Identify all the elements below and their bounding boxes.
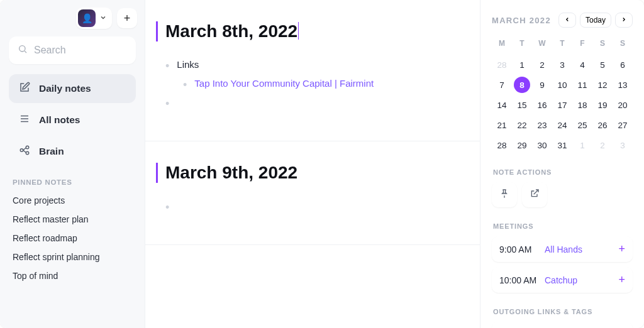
meeting-row[interactable]: 10:00 AMCatchup+ [492,267,633,293]
calendar-day[interactable]: 28 [494,57,510,73]
calendar-day[interactable]: 31 [554,137,570,153]
bullet-icon: • [183,78,187,92]
nav-brain[interactable]: Brain [9,137,136,166]
calendar-day[interactable]: 24 [554,117,570,133]
meeting-add-button[interactable]: + [616,273,628,287]
pinned-note[interactable]: Reflect master plan [6,210,138,229]
note-bullet[interactable]: • [165,198,460,217]
calendar-day[interactable]: 21 [494,117,510,133]
calendar-day[interactable]: 7 [494,77,510,93]
calendar-day[interactable]: 4 [574,57,591,73]
open-externally-button[interactable] [522,182,547,207]
svg-point-5 [20,149,23,152]
pinned-note[interactable]: Reflect roadmap [6,229,138,248]
calendar-dow: T [512,36,532,53]
calendar-day[interactable]: 25 [574,117,591,133]
search-input[interactable]: Search [9,36,136,64]
calendar-day[interactable]: 3 [614,137,631,153]
pinned-note[interactable]: Core projects [6,191,138,210]
list-icon [19,113,30,127]
calendar-day[interactable]: 16 [534,97,550,113]
calendar-day[interactable]: 19 [594,97,611,113]
pin-note-button[interactable] [492,182,517,207]
meeting-row[interactable]: 9:00 AMAll Hands+ [492,236,633,262]
calendar-dow: T [552,36,572,53]
pinned-notes-label: PINNED NOTES [6,167,138,191]
calendar-day[interactable]: 10 [554,77,570,93]
outgoing-link[interactable]: Tap Into Your Community Capital... ↗ [492,322,633,328]
svg-line-1 [25,51,26,53]
calendar-day[interactable]: 1 [514,57,530,73]
calendar-day[interactable]: 23 [534,117,550,133]
brain-icon [19,145,30,158]
svg-line-8 [23,148,26,150]
meetings-label: MEETINGS [493,222,633,230]
calendar-day[interactable]: 26 [594,117,611,133]
meeting-title: Catchup [545,275,609,285]
calendar-dow: M [492,36,512,53]
workspace-switcher[interactable]: 👤 [76,8,112,29]
calendar-day[interactable]: 30 [534,137,550,153]
meeting-time: 9:00 AM [499,244,538,254]
note-bullet[interactable]: •Tap Into Your Community Capital | Fairm… [183,75,460,94]
calendar-day[interactable]: 11 [574,77,591,93]
calendar-day[interactable]: 15 [514,97,530,113]
calendar-day[interactable]: 8 [514,77,530,93]
edit-icon [19,82,30,96]
right-panel: MARCH 2022 Today MTWTFSS2812345678910111… [480,0,644,328]
calendar-day[interactable]: 27 [614,117,631,133]
calendar-day[interactable]: 6 [614,57,631,73]
calendar-day[interactable]: 13 [614,77,631,93]
new-note-button[interactable]: + [117,8,137,28]
chevron-left-icon [564,16,570,25]
pin-icon [499,189,509,201]
bullet-icon: • [165,97,169,111]
daily-note[interactable]: March 9th, 2022• [145,141,480,245]
svg-point-6 [26,146,29,149]
pinned-note[interactable]: Reflect sprint planning [6,248,138,266]
bullet-icon: • [165,200,169,214]
meeting-add-button[interactable]: + [616,243,628,256]
bullet-icon: • [165,59,169,73]
calendar-day[interactable]: 20 [614,97,631,113]
calendar-day[interactable]: 5 [594,57,611,73]
calendar-dow: F [572,36,592,53]
calendar-day[interactable]: 2 [594,137,611,153]
calendar-day[interactable]: 18 [574,97,591,113]
nav-all-notes[interactable]: All notes [9,106,136,134]
note-link[interactable]: Tap Into Your Community Capital | Fairmi… [194,78,374,89]
calendar-day[interactable]: 14 [494,97,510,113]
calendar-dow: S [592,36,613,53]
nav-label: All notes [39,114,80,126]
note-title: March 8th, 2022 [156,21,299,41]
calendar-day[interactable]: 22 [514,117,530,133]
calendar-prev-button[interactable] [558,13,576,28]
svg-point-0 [19,46,25,52]
calendar-day[interactable]: 17 [554,97,570,113]
meeting-title: All Hands [545,244,609,254]
calendar-today-button[interactable]: Today [580,13,611,28]
daily-note[interactable]: March 8th, 2022•Links•Tap Into Your Comm… [145,0,480,141]
calendar-day[interactable]: 29 [514,137,530,153]
chevron-right-icon [621,16,627,25]
nav-daily-notes[interactable]: Daily notes [9,74,136,103]
calendar-day[interactable]: 2 [534,57,550,73]
text-cursor [298,22,299,40]
calendar-title: MARCH 2022 [492,16,551,25]
note-title: March 9th, 2022 [156,163,297,183]
calendar-day[interactable]: 3 [554,57,570,73]
note-bullet[interactable]: • [165,94,460,113]
note-bullet[interactable]: •Links [165,57,460,75]
svg-line-9 [23,150,26,153]
calendar-day[interactable]: 12 [594,77,611,93]
note-text: Links [177,59,199,70]
chevron-down-icon [99,13,107,24]
calendar-day[interactable]: 1 [574,137,591,153]
search-icon [18,44,28,57]
calendar-next-button[interactable] [615,13,633,28]
calendar-day[interactable]: 9 [534,77,550,93]
pinned-note[interactable]: Top of mind [6,266,138,285]
sidebar: 👤 + Search Daily notes All notes [0,0,145,328]
calendar-dow: S [613,36,633,53]
calendar-day[interactable]: 28 [494,137,510,153]
